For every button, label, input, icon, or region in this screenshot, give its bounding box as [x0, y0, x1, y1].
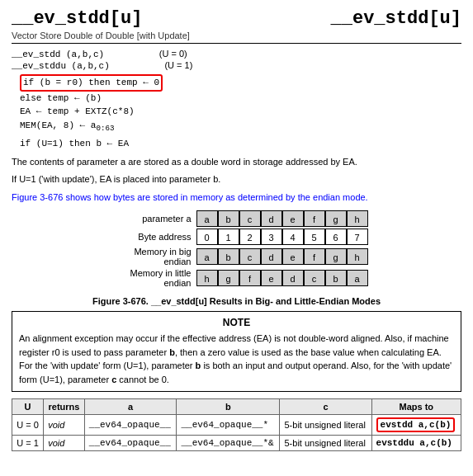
- row-label-big-endian: Memory in big endian: [106, 247, 196, 266]
- cell-b-1: __ev64_opaque__*&: [177, 436, 280, 451]
- byte-row-address: Byte address 0 1 2 3 4 5 6 7: [106, 229, 368, 245]
- subtitle: Vector Store Double of Double [with Upda…: [12, 31, 461, 44]
- para-3-link[interactable]: Figure 3-676 shows how bytes are stored …: [12, 191, 461, 205]
- row-label-address: Byte address: [106, 232, 196, 242]
- cell-a-1: __ev64_opaque__: [84, 436, 177, 451]
- then-text: then: [180, 347, 197, 357]
- func-sig-1: __ev_stdd (a,b,c) (U = 0): [12, 49, 461, 59]
- col-header-a: a: [84, 399, 177, 415]
- byte-row-little-endian: Memory in little endian h g f e d c b a: [106, 268, 368, 288]
- cell-u-1: U = 1: [12, 436, 44, 451]
- code-block: if (b = r0) then temp ← 0 else temp ← (b…: [20, 74, 461, 151]
- cell-c-0: 5-bit unsigned literal: [280, 415, 371, 436]
- title-right: __ev_stdd[u]: [331, 8, 461, 29]
- cell-maps-to-1: evstddu a,c(b): [371, 436, 461, 451]
- byte-row-big-endian: Memory in big endian a b c d e f g h: [106, 247, 368, 266]
- title-left: __ev_stdd[u]: [12, 8, 142, 29]
- row-label-param-a: parameter a: [106, 214, 196, 224]
- byte-row-param-a: parameter a a b c d e f g h: [106, 210, 368, 227]
- code-line-2: else temp ← (b): [20, 92, 461, 106]
- cell-a-0: __ev64_opaque__: [84, 415, 177, 436]
- maps-highlight-0: evstdd a,c(b): [376, 417, 456, 432]
- cell-maps-to-0: evstdd a,c(b): [371, 415, 461, 436]
- mapping-table: U returns a b c Maps to U = 0 void __ev6…: [12, 398, 461, 451]
- col-header-u: U: [12, 399, 44, 415]
- code-line-5: if (U=1) then b ← EA: [20, 137, 461, 151]
- para-1: The contents of parameter a are stored a…: [12, 155, 461, 169]
- byte-diagram: parameter a a b c d e f g h Byte address…: [12, 210, 461, 290]
- cell-u-0: U = 0: [12, 415, 44, 436]
- col-header-returns: returns: [44, 399, 85, 415]
- table-header-row: U returns a b c Maps to: [12, 399, 461, 415]
- code-line-3: EA ← temp + EXTZ(c*8): [20, 105, 461, 119]
- col-header-maps-to: Maps to: [371, 399, 461, 415]
- func-sig-2: __ev_stddu (a,b,c) (U = 1): [12, 60, 461, 71]
- cell-c-1: 5-bit unsigned literal: [280, 436, 371, 451]
- figure-caption: Figure 3-676. __ev_stdd[u] Results in Bi…: [12, 296, 461, 306]
- table-row: U = 0 void __ev64_opaque__ __ev64_opaque…: [12, 415, 461, 436]
- para-2: If U=1 ('with update'), EA is placed int…: [12, 172, 461, 186]
- col-header-c: c: [280, 399, 371, 415]
- note-box: NOTE An alignment exception may occur if…: [12, 311, 461, 392]
- note-text: An alignment exception may occur if the …: [19, 332, 454, 386]
- code-line-4: MEM(EA, 8) ← a0:63: [20, 119, 461, 134]
- cell-returns-0: void: [44, 415, 85, 436]
- row-label-little-endian: Memory in little endian: [106, 268, 196, 288]
- cell-b-0: __ev64_opaque__*: [177, 415, 280, 436]
- highlighted-code: if (b = r0) then temp ← 0: [20, 74, 163, 92]
- col-header-b: b: [177, 399, 280, 415]
- cell-returns-1: void: [44, 436, 85, 451]
- code-line-1: if (b = r0) then temp ← 0: [20, 74, 461, 92]
- header: __ev_stdd[u] __ev_stdd[u]: [12, 8, 461, 29]
- note-title: NOTE: [19, 317, 454, 328]
- table-row: U = 1 void __ev64_opaque__ __ev64_opaque…: [12, 436, 461, 451]
